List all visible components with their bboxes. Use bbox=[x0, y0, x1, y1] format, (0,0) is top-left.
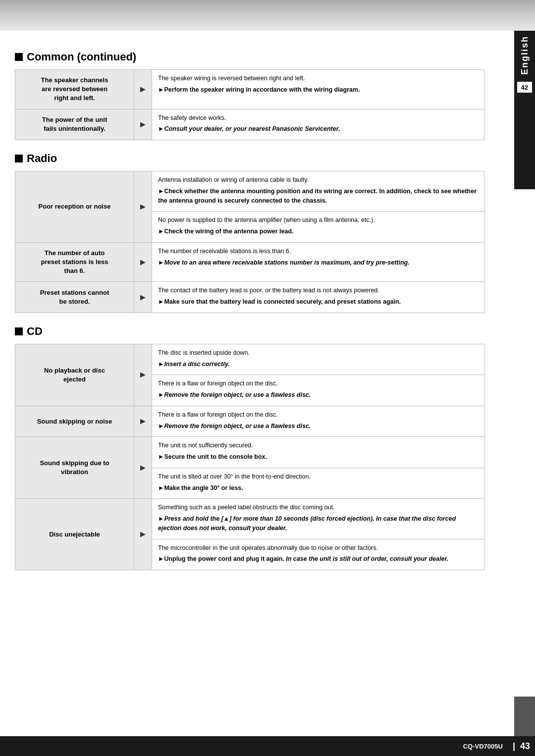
symptom-cell: The speaker channelsare reversed between… bbox=[15, 70, 134, 109]
cause-text: No power is supplied to the antenna ampl… bbox=[158, 216, 478, 225]
table-row: Disc unejectable ► Something such as a p… bbox=[15, 499, 484, 539]
solution-cell: The speaker wiring is reversed between r… bbox=[152, 70, 484, 109]
top-banner bbox=[0, 0, 535, 31]
arrow-cell: ► bbox=[134, 406, 152, 437]
table-row: Sound skipping due tovibration ► The uni… bbox=[15, 437, 484, 468]
symptom-cell: Disc unejectable bbox=[15, 499, 134, 570]
arrow-cell: ► bbox=[134, 282, 152, 313]
arrow-cell: ► bbox=[134, 70, 152, 109]
table-row: No playback or discejected ► The disc is… bbox=[15, 344, 484, 375]
arrow-cell: ► bbox=[134, 437, 152, 499]
symptom-cell: The power of the unitfails unintentional… bbox=[15, 109, 134, 140]
cause-text: The unit is not sufficiently secured. bbox=[158, 441, 478, 450]
solution-cell: The number of receivable stations is les… bbox=[152, 242, 484, 282]
fix-text: ►Consult your dealer, or your nearest Pa… bbox=[158, 124, 478, 134]
cause-text: The safety device works. bbox=[158, 113, 478, 123]
footer-page: 43 bbox=[520, 741, 530, 752]
section-title-cd: CD bbox=[27, 325, 43, 338]
solution-cell: The unit is tilted at over 30° in the fr… bbox=[152, 468, 484, 499]
solution-cell: Antenna installation or wiring of antenn… bbox=[152, 171, 484, 212]
cause-text: The contact of the battery lead is poor,… bbox=[158, 286, 478, 295]
cause-text: The speaker wiring is reversed between r… bbox=[158, 74, 478, 83]
language-label: English bbox=[520, 36, 530, 75]
sidebar-bottom bbox=[514, 697, 535, 736]
solution-cell: Something such as a peeled label obstruc… bbox=[152, 499, 484, 539]
table-row: Poor reception or noise ► Antenna instal… bbox=[15, 171, 484, 212]
fix-text: ►Move to an area where receivable statio… bbox=[158, 258, 478, 268]
table-row: Sound skipping or noise ► There is a fla… bbox=[15, 406, 484, 437]
solution-cell: There is a flaw or foreign object on the… bbox=[152, 375, 484, 406]
table-radio: Poor reception or noise ► Antenna instal… bbox=[15, 171, 484, 313]
solution-cell: The unit is not sufficiently secured. ►S… bbox=[152, 437, 484, 468]
solution-cell: The disc is inserted upside down. ►Inser… bbox=[152, 344, 484, 375]
section-title-radio: Radio bbox=[27, 152, 57, 165]
symptom-cell: No playback or discejected bbox=[15, 344, 134, 406]
table-row: The power of the unitfails unintentional… bbox=[15, 109, 484, 140]
page-number-box: 42 bbox=[517, 82, 532, 93]
symptom-cell: The number of autopreset stations is les… bbox=[15, 242, 134, 282]
arrow-cell: ► bbox=[134, 344, 152, 406]
fix-text: ►Press and hold the [▲] for more than 10… bbox=[158, 514, 478, 533]
cause-text: The disc is inserted upside down. bbox=[158, 348, 478, 358]
section-header-radio: Radio bbox=[15, 152, 484, 165]
section-icon-radio bbox=[15, 155, 23, 162]
fix-text: ►Insert a disc correctly. bbox=[158, 360, 478, 369]
arrow-cell: ► bbox=[134, 499, 152, 570]
cause-text: The unit is tilted at over 30° in the fr… bbox=[158, 472, 478, 482]
page-footer: CQ-VD7005U | 43 bbox=[0, 736, 535, 756]
fix-text: ►Check whether the antenna mounting posi… bbox=[158, 187, 478, 206]
page-wrapper: English 42 Common (continued) The speake… bbox=[0, 0, 535, 756]
symptom-cell: Poor reception or noise bbox=[15, 171, 134, 243]
arrow-cell: ► bbox=[134, 242, 152, 282]
table-row: The number of autopreset stations is les… bbox=[15, 242, 484, 282]
section-header-common: Common (continued) bbox=[15, 51, 484, 63]
fix-text: ►Make sure that the battery lead is conn… bbox=[158, 297, 478, 307]
symptom-cell: Sound skipping or noise bbox=[15, 406, 134, 437]
fix-text: ►Make the angle 30° or less. bbox=[158, 484, 478, 493]
symptom-cell: Sound skipping due tovibration bbox=[15, 437, 134, 499]
solution-cell: No power is supplied to the antenna ampl… bbox=[152, 212, 484, 243]
section-icon-cd bbox=[15, 327, 23, 335]
cause-text: Something such as a peeled label obstruc… bbox=[158, 503, 478, 512]
section-icon-common bbox=[15, 53, 23, 61]
table-row: The speaker channelsare reversed between… bbox=[15, 70, 484, 109]
solution-cell: The safety device works. ►Consult your d… bbox=[152, 109, 484, 140]
fix-text: ►Remove the foreign object, or use a fla… bbox=[158, 390, 478, 400]
section-header-cd: CD bbox=[15, 325, 484, 338]
fix-text: ►Check the wiring of the antenna power l… bbox=[158, 227, 478, 236]
cause-text: The number of receivable stations is les… bbox=[158, 247, 478, 256]
table-cd: No playback or discejected ► The disc is… bbox=[15, 344, 484, 570]
footer-model: CQ-VD7005U bbox=[463, 743, 503, 750]
table-row: Preset stations cannotbe stored. ► The c… bbox=[15, 282, 484, 313]
section-title-common: Common (continued) bbox=[27, 51, 136, 63]
footer-divider: | bbox=[513, 741, 515, 752]
cause-text: There is a flaw or foreign object on the… bbox=[158, 410, 478, 420]
solution-cell: There is a flaw or foreign object on the… bbox=[152, 406, 484, 437]
arrow-cell: ► bbox=[134, 109, 152, 140]
arrow-cell: ► bbox=[134, 171, 152, 243]
table-common: The speaker channelsare reversed between… bbox=[15, 69, 484, 140]
fix-text: ►Remove the foreign object, or use a fla… bbox=[158, 422, 478, 431]
main-content: Common (continued) The speaker channelsa… bbox=[0, 31, 514, 592]
solution-cell: The contact of the battery lead is poor,… bbox=[152, 282, 484, 313]
symptom-cell: Preset stations cannotbe stored. bbox=[15, 282, 134, 313]
cause-text: There is a flaw or foreign object on the… bbox=[158, 379, 478, 388]
sidebar-english: English 42 bbox=[514, 31, 535, 189]
cause-text: Antenna installation or wiring of antenn… bbox=[158, 175, 478, 185]
fix-text: ►Unplug the power cord and plug it again… bbox=[158, 554, 478, 564]
solution-cell: The microcontroller in the unit operates… bbox=[152, 539, 484, 570]
fix-text: ►Perform the speaker wiring in accordanc… bbox=[158, 85, 478, 95]
cause-text: The microcontroller in the unit operates… bbox=[158, 543, 478, 553]
fix-text: ►Secure the unit to the console box. bbox=[158, 452, 478, 462]
